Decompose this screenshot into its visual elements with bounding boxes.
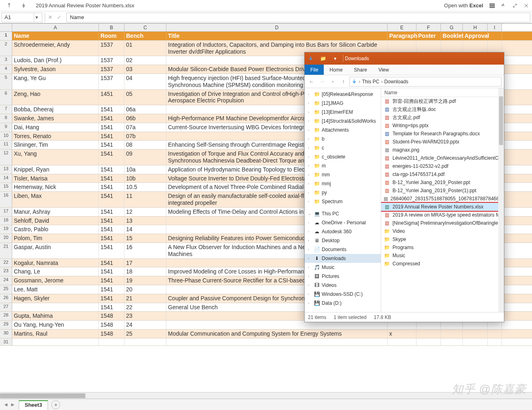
file-item[interactable]: ▥2019 Annual Review Poster Numbers.xlsx [381,203,504,211]
cell[interactable]: Polom, Tim [12,234,99,243]
cell[interactable]: Torres, Renato [12,132,99,141]
nav-folder-item[interactable]: ›📁b [305,134,381,143]
nav-system-item[interactable]: ›🖥Desktop [305,236,381,245]
cell[interactable] [463,330,488,338]
row-number[interactable]: 22 [0,259,12,267]
cell[interactable]: 02 [124,56,166,65]
cell[interactable]: Gaspar, Austin [12,243,99,258]
cell[interactable]: 03 [124,65,166,74]
back-button[interactable]: ← [307,77,316,86]
tab-nav-next-icon[interactable]: ► [10,401,15,408]
col-header[interactable]: B [99,24,124,31]
expand-arrow-icon[interactable]: › [308,137,312,141]
cell[interactable] [124,338,166,345]
ribbon-tab-share[interactable]: Share [348,65,373,75]
cell[interactable]: Slininger, Tim [12,141,99,149]
col-header[interactable]: F [416,24,441,31]
row-number[interactable]: 28 [0,312,12,320]
expand-arrow-icon[interactable]: › [308,301,312,305]
cell[interactable]: 05 [124,90,166,105]
nav-folder-item[interactable]: ›📁mm [305,170,381,179]
tab-nav-prev-icon[interactable]: ◄ [3,401,9,408]
expand-arrow-icon[interactable]: › [308,292,312,296]
row-number[interactable]: 17 [0,208,12,216]
chevron-down-icon[interactable]: ▾ [34,13,39,22]
cell[interactable]: 1548 [99,321,124,329]
cell[interactable]: 1541 [99,208,124,216]
cell[interactable]: 1541 [99,217,124,225]
col-header[interactable]: G [441,24,463,31]
cell[interactable] [488,338,502,345]
row-number[interactable]: 2 [0,41,12,56]
file-item[interactable]: ▥B-12_Yunlei Jiang_2019_Poster(1).ppt [381,187,504,195]
nav-system-item[interactable]: ›🎞Videos [305,281,381,290]
cell[interactable]: 1541 [99,285,124,294]
maximize-icon[interactable] [509,0,521,11]
cell[interactable]: 1541 [99,174,124,183]
cell[interactable] [388,338,416,345]
cell[interactable]: 1537 [99,74,124,89]
settings-icon[interactable] [486,0,498,11]
add-sheet-button[interactable]: + [51,400,60,409]
cell[interactable]: 1541 [99,267,124,276]
cell[interactable]: Gossmann, Jerome [12,276,99,285]
explorer-titlebar[interactable]: 📁 ▾ Downloads [305,52,504,65]
cell[interactable]: 25 [124,330,166,338]
formula-input[interactable]: Name [66,13,530,22]
nav-system-item[interactable]: ›🖼Pictures [305,272,381,281]
cell[interactable]: Kang, Ye Gu [12,74,99,89]
nav-system-item[interactable]: ›💾Windows-SSD (C:) [305,290,381,299]
file-item[interactable]: 📁Video [381,227,504,235]
cell[interactable]: 18 [124,267,166,276]
cell[interactable]: 1548 [99,330,124,338]
crumb[interactable]: This PC [362,79,379,85]
cell[interactable]: 24 [124,321,166,329]
file-list-header[interactable]: Name [381,88,504,97]
horizontal-scrollbar[interactable] [0,392,532,399]
cell[interactable]: 1541 [99,132,124,141]
nav-folder-item[interactable]: ›📁Attachments [305,126,381,134]
row-number[interactable]: 7 [0,105,12,114]
row-number[interactable]: 26 [0,294,12,303]
row-number[interactable]: 12 [0,150,12,165]
up-button[interactable]: ↑ [339,77,348,86]
select-all-corner[interactable] [0,24,12,31]
accept-formula-icon[interactable]: ✓ [55,13,63,22]
col-header[interactable]: I [488,24,502,31]
expand-arrow-icon[interactable]: › [308,247,312,252]
row-number[interactable]: 27 [0,303,12,312]
cell[interactable]: 1537 [99,41,124,56]
cell[interactable]: Hagen, Skyler [12,294,99,303]
cell[interactable]: 1541 [99,123,124,132]
cell[interactable]: Chang, Le [12,267,99,276]
nav-folder-item[interactable]: ›📁py [305,188,381,197]
file-item[interactable]: ▥Student-Pres-WARM2019.pptx [381,138,504,146]
header-cell[interactable]: Bench [124,32,166,40]
nav-system-item[interactable]: ›💾Data (D:) [305,299,381,308]
file-item[interactable]: ▥Writing+tips.pptx [381,121,504,130]
expand-arrow-icon[interactable]: › [308,92,312,96]
expand-arrow-icon[interactable]: › [308,191,312,195]
file-item[interactable]: ▥郭雷-回溯自校正调节之路.pdf [381,97,504,105]
row-number[interactable]: 8 [0,114,12,123]
recent-dropdown-icon[interactable]: ▾ [328,77,337,86]
cell[interactable] [463,338,488,345]
file-item[interactable]: ▥2019 A review on MRAS-type speed estima… [381,211,504,219]
row-number[interactable]: 19 [0,225,12,234]
file-item[interactable]: ▦magnax.png [381,146,504,154]
cell[interactable] [416,338,441,345]
row-number[interactable]: 13 [0,165,12,174]
scrollbar-thumb[interactable] [0,393,85,398]
row-number[interactable]: 23 [0,267,12,276]
expand-arrow-icon[interactable]: › [308,239,312,243]
cell-reference-box[interactable]: A1 ▾ [2,13,42,22]
cell[interactable]: Modular Communication and Computing Syst… [166,330,388,338]
cell[interactable]: 1541 [99,141,124,149]
file-item[interactable]: 📁Music [381,252,504,260]
cell[interactable]: 14 [124,225,166,234]
cell[interactable]: 22 [124,303,166,312]
nav-folder-item[interactable]: ›📁c_obsolete [305,152,381,161]
cell[interactable]: 01 [124,41,166,56]
nav-system-item[interactable]: ›📄Documents [305,245,381,254]
file-item[interactable]: ▥古文观止注释版.doc [381,105,504,113]
